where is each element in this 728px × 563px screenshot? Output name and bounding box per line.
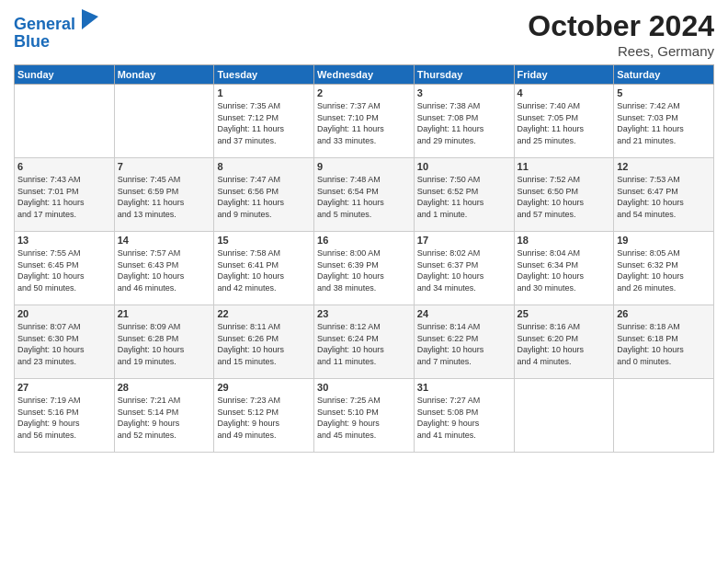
- calendar-cell: [514, 379, 614, 453]
- day-number: 3: [417, 87, 511, 98]
- calendar-cell: 19Sunrise: 8:05 AMSunset: 6:32 PMDayligh…: [614, 232, 714, 305]
- day-number: 4: [518, 87, 611, 98]
- day-info: Sunrise: 7:40 AMSunset: 7:05 PMDaylight:…: [518, 100, 611, 146]
- logo-text: General: [14, 9, 98, 34]
- header-wednesday: Wednesday: [314, 65, 415, 85]
- calendar-cell: [15, 85, 115, 158]
- day-number: 15: [217, 235, 311, 246]
- day-number: 25: [518, 308, 611, 319]
- day-info: Sunrise: 8:05 AMSunset: 6:32 PMDaylight:…: [617, 247, 711, 293]
- day-info: Sunrise: 8:18 AMSunset: 6:18 PMDaylight:…: [617, 321, 711, 367]
- day-number: 6: [17, 161, 111, 172]
- calendar-cell: 6Sunrise: 7:43 AMSunset: 7:01 PMDaylight…: [15, 158, 115, 232]
- day-number: 13: [17, 235, 111, 246]
- day-number: 17: [417, 235, 511, 246]
- day-info: Sunrise: 7:58 AMSunset: 6:41 PMDaylight:…: [217, 247, 311, 293]
- day-number: 5: [617, 87, 711, 98]
- calendar-cell: 25Sunrise: 8:16 AMSunset: 6:20 PMDayligh…: [514, 305, 614, 379]
- day-number: 26: [617, 308, 711, 319]
- header-thursday: Thursday: [414, 65, 514, 85]
- day-number: 31: [417, 382, 511, 393]
- day-number: 22: [217, 308, 311, 319]
- day-number: 14: [118, 235, 211, 246]
- day-number: 28: [118, 382, 211, 393]
- calendar-cell: 1Sunrise: 7:35 AMSunset: 7:12 PMDaylight…: [214, 85, 314, 158]
- day-info: Sunrise: 7:37 AMSunset: 7:10 PMDaylight:…: [317, 100, 411, 146]
- header-monday: Monday: [114, 65, 214, 85]
- day-number: 24: [417, 308, 511, 319]
- day-info: Sunrise: 7:47 AMSunset: 6:56 PMDaylight:…: [217, 174, 311, 220]
- calendar-cell: 31Sunrise: 7:27 AMSunset: 5:08 PMDayligh…: [414, 379, 514, 453]
- calendar-cell: 5Sunrise: 7:42 AMSunset: 7:03 PMDaylight…: [614, 85, 714, 158]
- day-number: 11: [518, 161, 611, 172]
- day-info: Sunrise: 8:09 AMSunset: 6:28 PMDaylight:…: [118, 321, 211, 367]
- day-info: Sunrise: 8:07 AMSunset: 6:30 PMDaylight:…: [17, 321, 111, 367]
- logo-icon: [82, 9, 98, 29]
- day-number: 18: [518, 235, 611, 246]
- calendar-cell: 23Sunrise: 8:12 AMSunset: 6:24 PMDayligh…: [314, 305, 415, 379]
- calendar-cell: 28Sunrise: 7:21 AMSunset: 5:14 PMDayligh…: [114, 379, 214, 453]
- header-tuesday: Tuesday: [214, 65, 314, 85]
- day-number: 27: [17, 382, 111, 393]
- location-title: Rees, Germany: [528, 43, 714, 59]
- day-number: 9: [317, 161, 411, 172]
- calendar-cell: 12Sunrise: 7:53 AMSunset: 6:47 PMDayligh…: [614, 158, 714, 232]
- day-info: Sunrise: 7:55 AMSunset: 6:45 PMDaylight:…: [17, 247, 111, 293]
- calendar-cell: 22Sunrise: 8:11 AMSunset: 6:26 PMDayligh…: [214, 305, 314, 379]
- day-info: Sunrise: 8:04 AMSunset: 6:34 PMDaylight:…: [518, 247, 611, 293]
- day-info: Sunrise: 8:12 AMSunset: 6:24 PMDaylight:…: [317, 321, 411, 367]
- day-number: 23: [317, 308, 411, 319]
- header-friday: Friday: [514, 65, 614, 85]
- header: General Blue October 2024 Rees, Germany: [14, 9, 714, 59]
- calendar-cell: 8Sunrise: 7:47 AMSunset: 6:56 PMDaylight…: [214, 158, 314, 232]
- calendar-cell: [114, 85, 214, 158]
- day-number: 7: [118, 161, 211, 172]
- day-info: Sunrise: 8:11 AMSunset: 6:26 PMDaylight:…: [217, 321, 311, 367]
- weekday-header-row: Sunday Monday Tuesday Wednesday Thursday…: [15, 65, 714, 85]
- day-number: 21: [118, 308, 211, 319]
- day-info: Sunrise: 8:16 AMSunset: 6:20 PMDaylight:…: [518, 321, 611, 367]
- day-number: 29: [217, 382, 311, 393]
- day-info: Sunrise: 7:23 AMSunset: 5:12 PMDaylight:…: [217, 395, 311, 441]
- day-info: Sunrise: 7:25 AMSunset: 5:10 PMDaylight:…: [317, 395, 411, 441]
- header-saturday: Saturday: [614, 65, 714, 85]
- day-number: 2: [317, 87, 411, 98]
- day-number: 19: [617, 235, 711, 246]
- calendar-cell: 14Sunrise: 7:57 AMSunset: 6:43 PMDayligh…: [114, 232, 214, 305]
- day-info: Sunrise: 8:14 AMSunset: 6:22 PMDaylight:…: [417, 321, 511, 367]
- day-info: Sunrise: 7:42 AMSunset: 7:03 PMDaylight:…: [617, 100, 711, 146]
- calendar-cell: 17Sunrise: 8:02 AMSunset: 6:37 PMDayligh…: [414, 232, 514, 305]
- day-info: Sunrise: 7:21 AMSunset: 5:14 PMDaylight:…: [118, 395, 211, 441]
- month-title: October 2024: [528, 9, 714, 43]
- svg-marker-0: [82, 9, 98, 29]
- day-info: Sunrise: 7:45 AMSunset: 6:59 PMDaylight:…: [118, 174, 211, 220]
- day-number: 20: [17, 308, 111, 319]
- calendar-week-row: 20Sunrise: 8:07 AMSunset: 6:30 PMDayligh…: [15, 305, 714, 379]
- calendar-cell: 26Sunrise: 8:18 AMSunset: 6:18 PMDayligh…: [614, 305, 714, 379]
- calendar-cell: 15Sunrise: 7:58 AMSunset: 6:41 PMDayligh…: [214, 232, 314, 305]
- day-info: Sunrise: 7:35 AMSunset: 7:12 PMDaylight:…: [217, 100, 311, 146]
- calendar-cell: 20Sunrise: 8:07 AMSunset: 6:30 PMDayligh…: [15, 305, 115, 379]
- calendar-cell: 30Sunrise: 7:25 AMSunset: 5:10 PMDayligh…: [314, 379, 415, 453]
- calendar-cell: 27Sunrise: 7:19 AMSunset: 5:16 PMDayligh…: [15, 379, 115, 453]
- calendar-week-row: 6Sunrise: 7:43 AMSunset: 7:01 PMDaylight…: [15, 158, 714, 232]
- logo-blue: Blue: [14, 32, 50, 52]
- calendar-cell: 21Sunrise: 8:09 AMSunset: 6:28 PMDayligh…: [114, 305, 214, 379]
- calendar-week-row: 1Sunrise: 7:35 AMSunset: 7:12 PMDaylight…: [15, 85, 714, 158]
- page-container: General Blue October 2024 Rees, Germany …: [0, 0, 728, 462]
- calendar-cell: 9Sunrise: 7:48 AMSunset: 6:54 PMDaylight…: [314, 158, 415, 232]
- calendar-cell: 11Sunrise: 7:52 AMSunset: 6:50 PMDayligh…: [514, 158, 614, 232]
- day-number: 10: [417, 161, 511, 172]
- day-info: Sunrise: 7:19 AMSunset: 5:16 PMDaylight:…: [17, 395, 111, 441]
- day-info: Sunrise: 7:27 AMSunset: 5:08 PMDaylight:…: [417, 395, 511, 441]
- calendar-cell: 18Sunrise: 8:04 AMSunset: 6:34 PMDayligh…: [514, 232, 614, 305]
- day-info: Sunrise: 7:43 AMSunset: 7:01 PMDaylight:…: [17, 174, 111, 220]
- calendar-cell: 2Sunrise: 7:37 AMSunset: 7:10 PMDaylight…: [314, 85, 415, 158]
- day-number: 16: [317, 235, 411, 246]
- calendar-week-row: 27Sunrise: 7:19 AMSunset: 5:16 PMDayligh…: [15, 379, 714, 453]
- day-number: 1: [217, 87, 311, 98]
- calendar-cell: 4Sunrise: 7:40 AMSunset: 7:05 PMDaylight…: [514, 85, 614, 158]
- day-info: Sunrise: 8:02 AMSunset: 6:37 PMDaylight:…: [417, 247, 511, 293]
- calendar-cell: 24Sunrise: 8:14 AMSunset: 6:22 PMDayligh…: [414, 305, 514, 379]
- day-info: Sunrise: 7:38 AMSunset: 7:08 PMDaylight:…: [417, 100, 511, 146]
